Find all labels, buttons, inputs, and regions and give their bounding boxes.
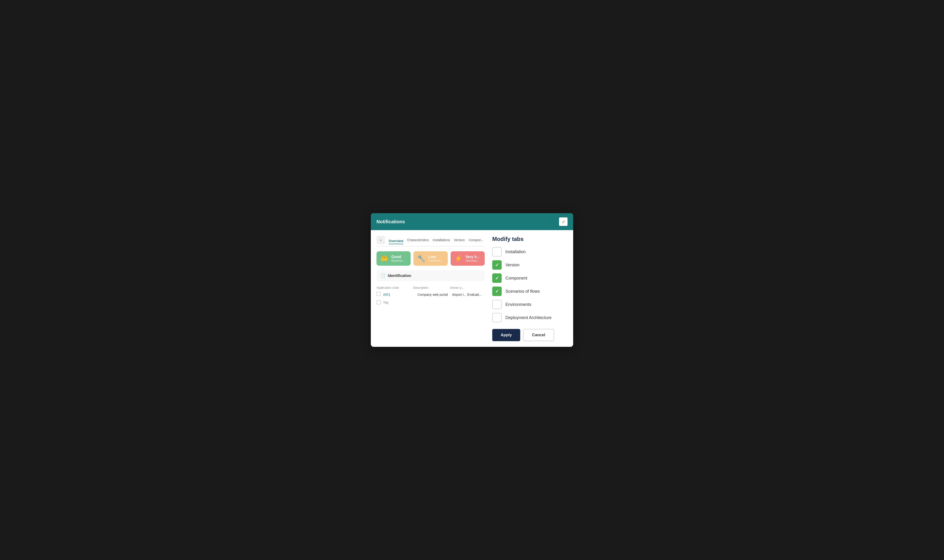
modify-tabs-title: Modify tabs <box>492 236 567 242</box>
checkbox-item-scenarios: Scenarios of flows <box>492 286 567 296</box>
tab-component[interactable]: Compon... <box>469 237 484 243</box>
checkbox-deployment[interactable] <box>492 313 502 322</box>
checkbox-item-installation: Installation <box>492 247 567 257</box>
identification-header: 📄 Identification <box>377 270 485 281</box>
checkbox-list: Installation Version Component Scenarios… <box>492 247 567 322</box>
table-header: Application code Description Owner p... <box>377 285 485 290</box>
dialog-title: Notifications <box>377 219 405 225</box>
high-icon: ⚡ <box>454 255 463 262</box>
low-icon: 🔧 <box>417 255 426 262</box>
status-card-high: ⚡ Very high Obsolescence R... <box>450 251 485 266</box>
status-cards: 🤲 Good Business Value 🔧 Low Functionnal … <box>377 251 485 266</box>
tag-checkbox[interactable] <box>377 300 381 305</box>
label-environments: Environments <box>506 302 531 307</box>
col-header-appcode: Application code <box>377 286 411 289</box>
cell-appcode: AIR1 <box>383 293 416 297</box>
good-label: Good <box>391 255 407 259</box>
high-label: Very high <box>466 255 481 259</box>
expand-button[interactable]: ⤢ <box>559 217 567 226</box>
tab-overview[interactable]: Overview <box>389 238 403 244</box>
label-deployment: Deployment Architecture <box>506 315 552 320</box>
status-card-good: 🤲 Good Business Value <box>377 251 411 266</box>
col-header-description: Description <box>413 286 448 289</box>
high-sublabel: Obsolescence R... <box>466 259 481 262</box>
low-label: Low <box>428 255 444 259</box>
checkbox-item-component: Component <box>492 274 567 283</box>
tab-version[interactable]: Version <box>454 237 465 243</box>
checkbox-version[interactable] <box>492 260 502 270</box>
left-panel: ‹ Overview Characteristics Installations… <box>377 236 485 341</box>
checkbox-item-environments: Environments <box>492 300 567 309</box>
identification-title: Identification <box>388 274 411 278</box>
right-panel: Modify tabs Installation Version Compone… <box>492 236 567 341</box>
label-component: Component <box>506 276 527 281</box>
checkbox-scenarios[interactable] <box>492 286 502 296</box>
tabs-bar: ‹ Overview Characteristics Installations… <box>377 236 485 246</box>
identification-icon: 📄 <box>380 273 386 278</box>
label-installation: Installation <box>506 249 526 254</box>
checkbox-environments[interactable] <box>492 300 502 309</box>
label-version: Version <box>506 263 520 268</box>
back-button[interactable]: ‹ <box>377 236 385 244</box>
apply-button[interactable]: Apply <box>492 329 520 341</box>
tag-row: Tag <box>377 300 485 305</box>
tab-characteristics[interactable]: Characteristics <box>407 237 429 243</box>
checkbox-item-deployment: Deployment Architecture <box>492 313 567 322</box>
col-header-owner: Owner p... <box>450 286 485 289</box>
cell-owner: Airport I... Evaluati... <box>452 293 485 297</box>
table-row: AIR1 Company web portal Airport I... Eva… <box>377 292 485 297</box>
row-checkbox[interactable] <box>377 292 381 296</box>
dialog-container: Notifications ⤢ ‹ Overview Characteristi… <box>371 213 573 347</box>
cell-description: Company web portal <box>418 293 450 297</box>
dialog-body: ‹ Overview Characteristics Installations… <box>371 230 573 347</box>
tab-installations[interactable]: Installations <box>433 237 450 243</box>
expand-icon: ⤢ <box>562 220 565 224</box>
identification-table: Application code Description Owner p... … <box>377 285 485 297</box>
checkbox-item-version: Version <box>492 260 567 270</box>
good-icon: 🤲 <box>380 255 389 262</box>
action-buttons: Apply Cancel <box>492 329 567 341</box>
checkbox-component[interactable] <box>492 274 502 283</box>
checkbox-installation[interactable] <box>492 247 502 257</box>
label-scenarios: Scenarios of flows <box>506 289 540 294</box>
dialog-header: Notifications ⤢ <box>371 213 573 230</box>
tag-label: Tag <box>383 300 389 304</box>
status-card-low: 🔧 Low Functionnal Support <box>414 251 447 266</box>
low-sublabel: Functionnal Support <box>428 259 444 262</box>
cancel-button[interactable]: Cancel <box>523 329 554 341</box>
good-sublabel: Business Value <box>391 259 407 262</box>
